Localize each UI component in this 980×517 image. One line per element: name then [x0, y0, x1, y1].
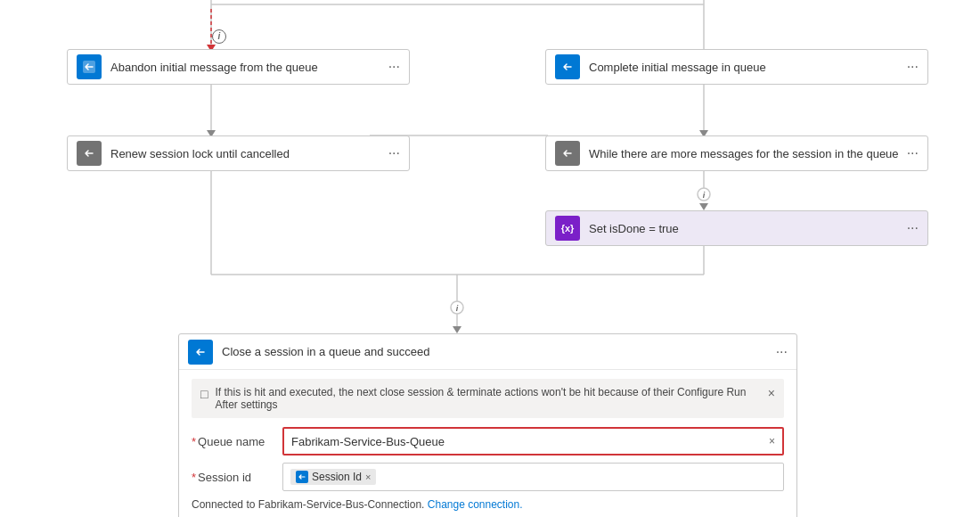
- abandon-info-icon: i: [212, 27, 226, 41]
- while-icon: [555, 141, 580, 166]
- complete-icon: [555, 54, 580, 79]
- info-banner-icon: □: [200, 387, 208, 401]
- svg-marker-22: [453, 326, 461, 333]
- close-node-label: Close a session in a queue and succeed: [222, 345, 776, 358]
- renew-node[interactable]: Renew session lock until cancelled ···: [67, 135, 410, 171]
- complete-label: Complete initial message in queue: [589, 61, 900, 74]
- workflow-canvas: i i Abandon initial message from the que…: [0, 0, 980, 517]
- info-banner-close[interactable]: ×: [768, 386, 775, 400]
- info-banner: □ If this is hit and executed, the next …: [192, 379, 784, 418]
- set-var-label: Set isDone = true: [589, 222, 907, 235]
- set-var-menu[interactable]: ···: [907, 220, 919, 236]
- abandon-icon: [77, 54, 102, 79]
- close-node-body: □ If this is hit and executed, the next …: [179, 370, 796, 517]
- renew-menu[interactable]: ···: [388, 145, 400, 161]
- session-tag-icon: [296, 471, 308, 483]
- abandon-label: Abandon initial message from the queue: [110, 61, 381, 74]
- svg-text:i: i: [703, 191, 706, 200]
- queue-name-input[interactable]: Fabrikam-Service-Bus-Queue ×: [282, 427, 784, 455]
- close-node-icon: [188, 340, 213, 365]
- while-menu[interactable]: ···: [907, 145, 919, 161]
- session-required-star: *: [192, 471, 196, 484]
- session-id-label: * Session id: [192, 471, 272, 484]
- session-tag-remove[interactable]: ×: [365, 472, 371, 482]
- renew-label: Renew session lock until cancelled: [110, 147, 381, 160]
- queue-name-row: * Queue name Fabrikam-Service-Bus-Queue …: [192, 427, 784, 455]
- abandon-menu[interactable]: ···: [388, 59, 400, 75]
- queue-name-clear[interactable]: ×: [769, 435, 775, 447]
- set-var-icon: {x}: [555, 216, 580, 241]
- queue-name-label: * Queue name: [192, 435, 272, 448]
- footer-text: Connected to Fabrikam-Service-Bus-Connec…: [192, 498, 424, 511]
- change-connection-link[interactable]: Change connection.: [428, 498, 523, 511]
- close-node-menu[interactable]: ···: [776, 344, 788, 360]
- footer: Connected to Fabrikam-Service-Bus-Connec…: [192, 498, 784, 511]
- close-node: Close a session in a queue and succeed ·…: [178, 333, 797, 517]
- session-id-input[interactable]: Session Id ×: [282, 463, 784, 491]
- queue-required-star: *: [192, 435, 196, 448]
- while-label: While there are more messages for the se…: [589, 147, 900, 160]
- complete-menu[interactable]: ···: [907, 59, 919, 75]
- session-id-label-text: Session id: [198, 471, 251, 484]
- renew-icon: [77, 141, 102, 166]
- set-var-node[interactable]: {x} Set isDone = true ···: [545, 210, 928, 246]
- queue-name-value: Fabrikam-Service-Bus-Queue: [291, 435, 765, 448]
- queue-name-label-text: Queue name: [198, 435, 265, 448]
- info-banner-text: If this is hit and executed, the next cl…: [215, 386, 760, 411]
- session-id-row: * Session id Session Id ×: [192, 463, 784, 491]
- session-tag-label: Session Id: [312, 471, 362, 483]
- svg-point-19: [451, 301, 463, 314]
- while-node[interactable]: While there are more messages for the se…: [545, 135, 928, 171]
- complete-node[interactable]: Complete initial message in queue ···: [545, 49, 928, 85]
- svg-point-12: [698, 188, 710, 201]
- svg-text:i: i: [456, 304, 459, 313]
- session-id-tag: Session Id ×: [290, 469, 376, 485]
- svg-marker-14: [699, 203, 708, 210]
- close-node-header: Close a session in a queue and succeed ·…: [179, 334, 796, 370]
- abandon-node[interactable]: Abandon initial message from the queue ·…: [67, 49, 410, 85]
